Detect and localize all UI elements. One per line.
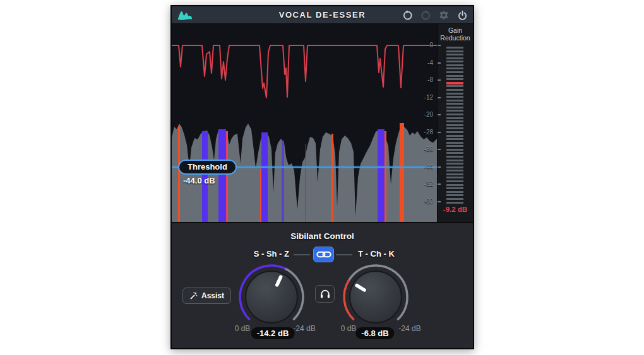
meter-segment xyxy=(446,177,463,178)
meter-segment xyxy=(446,170,463,172)
meter-segment xyxy=(446,100,463,102)
meter-segment xyxy=(446,57,463,59)
knob-t-ch-k[interactable] xyxy=(341,262,410,332)
chain-link-icon xyxy=(316,250,331,259)
meter-segment xyxy=(446,166,463,168)
meter-segment xyxy=(446,160,463,161)
meter-segment xyxy=(446,142,463,144)
meter-tick xyxy=(438,45,441,46)
sibilant-control-panel: Sibilant Control S - Sh - Z T - Ch - K A… xyxy=(172,222,473,348)
meter-segment xyxy=(446,113,463,115)
gain-reduction-meter: Gain Reduction -9.2 dB xyxy=(437,24,473,222)
knob1-max-label: -24 dB xyxy=(394,324,426,333)
headphones-icon xyxy=(319,289,331,299)
meter-segment xyxy=(446,187,463,189)
listen-button[interactable] xyxy=(315,285,335,303)
link-bands-button[interactable] xyxy=(313,247,334,262)
meter-readout: -9.2 dB xyxy=(438,206,473,213)
threshold-value: -44.0 dB xyxy=(183,176,215,185)
meter-segment xyxy=(446,173,463,175)
meter-segment xyxy=(446,85,463,87)
assist-button[interactable]: Assist xyxy=(182,288,231,304)
undo-icon[interactable] xyxy=(402,9,413,21)
vocal-deesser-window: VOCAL DE-ESSER xyxy=(170,5,474,349)
meter-segment xyxy=(446,194,463,196)
meter-segment xyxy=(446,191,463,193)
meter-segment xyxy=(446,149,463,151)
meter-segment xyxy=(446,107,463,108)
band-label-s-sh-z: S - Sh - Z xyxy=(241,249,289,259)
threshold-handle[interactable]: Threshold xyxy=(178,160,237,175)
meter-segment xyxy=(446,89,463,91)
assist-label: Assist xyxy=(201,291,224,300)
meter-segment xyxy=(446,156,463,158)
meter-segment xyxy=(446,145,463,147)
meter-tick xyxy=(438,183,441,185)
meter-tick xyxy=(438,97,441,98)
meter-segment xyxy=(446,198,463,200)
meter-segment xyxy=(446,103,463,105)
meter-segment xyxy=(446,127,463,129)
meter-segment xyxy=(446,82,463,84)
meter-segment xyxy=(446,138,463,140)
meter-segment xyxy=(446,152,463,154)
meter-tick xyxy=(438,62,441,64)
meter-segment xyxy=(446,163,463,165)
link-connector-left xyxy=(294,254,310,255)
meter-segment xyxy=(446,131,463,133)
meter-segment xyxy=(446,180,463,182)
meter-segment xyxy=(446,61,463,62)
knob-s-sh-z[interactable] xyxy=(237,262,306,332)
link-connector-right xyxy=(336,254,352,255)
knob0-value: -14.2 dB xyxy=(251,327,295,339)
meter-segment xyxy=(446,117,463,119)
meter-segment xyxy=(446,54,463,55)
meter-segment xyxy=(446,93,463,95)
power-icon[interactable] xyxy=(456,9,468,21)
meter-segment xyxy=(446,78,463,80)
knob1-value: -6.8 dB xyxy=(355,327,394,339)
meter-segment xyxy=(446,110,463,112)
meter-segment xyxy=(446,75,463,77)
meter-tick xyxy=(438,79,441,81)
meter-segment xyxy=(446,120,463,122)
meter-segment xyxy=(446,202,463,204)
meter-segment xyxy=(446,64,463,66)
titlebar: VOCAL DE-ESSER xyxy=(172,6,473,24)
meter-segment xyxy=(446,47,463,49)
meter-tick xyxy=(438,201,441,202)
meter-segment xyxy=(446,67,463,69)
gear-icon[interactable] xyxy=(438,9,450,21)
redo-icon[interactable] xyxy=(420,9,431,21)
band-label-t-ch-k: T - Ch - K xyxy=(358,249,406,259)
meter-segment xyxy=(446,184,463,186)
meter-tick xyxy=(438,132,441,133)
meter-segment xyxy=(446,96,463,98)
meter-title: Gain Reduction xyxy=(438,26,473,42)
waveform-graph xyxy=(172,24,437,222)
meter-tick xyxy=(438,166,441,168)
meter-tick xyxy=(438,114,441,115)
meter-segment xyxy=(446,50,463,52)
meter-tick xyxy=(438,149,441,150)
waveform-display: Threshold -44.0 dB 0-4-8-12-20-28-36-44-… xyxy=(172,24,437,222)
wand-icon xyxy=(189,292,198,300)
meter-segment xyxy=(446,135,463,137)
meter-segment xyxy=(446,71,463,73)
meter-segment xyxy=(446,124,463,126)
section-title: Sibilant Control xyxy=(172,231,473,241)
